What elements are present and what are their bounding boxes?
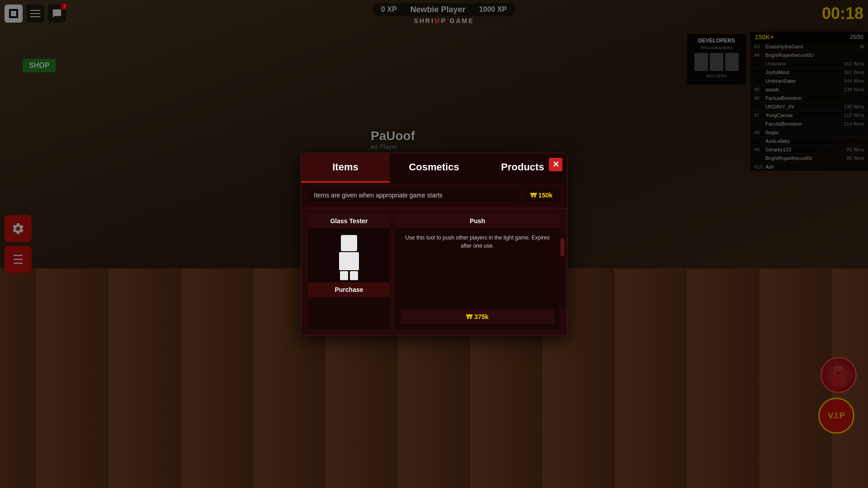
modal-close-button[interactable]: ✕ xyxy=(549,158,562,171)
shop-modal: ✕ Items Cosmetics Products Items are giv… xyxy=(301,153,567,335)
modal-tabs: Items Cosmetics Products xyxy=(301,153,567,183)
char-leg-right xyxy=(350,271,358,280)
char-leg-left xyxy=(340,271,348,280)
char-body xyxy=(339,252,359,270)
modal-content: Glass Tester Purchase Push xyxy=(301,208,567,335)
product-card-body: Use this tool to push other players in t… xyxy=(395,228,560,329)
tab-cosmetics[interactable]: Cosmetics xyxy=(390,153,478,183)
modal-subtitle-bar: Items are given when appropriate game st… xyxy=(301,183,567,208)
item-card-header: Glass Tester xyxy=(308,214,390,228)
char-head xyxy=(341,235,357,251)
purchase-button[interactable]: Purchase xyxy=(308,282,390,297)
product-price: ₩ 375k xyxy=(401,310,554,324)
tab-items[interactable]: Items xyxy=(301,153,390,183)
char-legs xyxy=(335,271,363,280)
character-sprite xyxy=(335,235,363,276)
modal-overlay: ✕ Items Cosmetics Products Items are giv… xyxy=(0,0,868,488)
product-card-header: Push xyxy=(395,214,560,228)
currency-badge: ₩ 150k xyxy=(523,188,560,202)
scrollbar-track[interactable] xyxy=(561,234,564,310)
product-description: Use this tool to push other players in t… xyxy=(401,234,554,250)
scrollbar-thumb[interactable] xyxy=(561,238,564,256)
item-card-glass-tester: Glass Tester Purchase xyxy=(308,214,390,329)
item-card-image xyxy=(308,228,390,282)
items-subtitle: Items are given when appropriate game st… xyxy=(308,188,519,202)
product-card-push: Push Use this tool to push other players… xyxy=(395,214,560,329)
